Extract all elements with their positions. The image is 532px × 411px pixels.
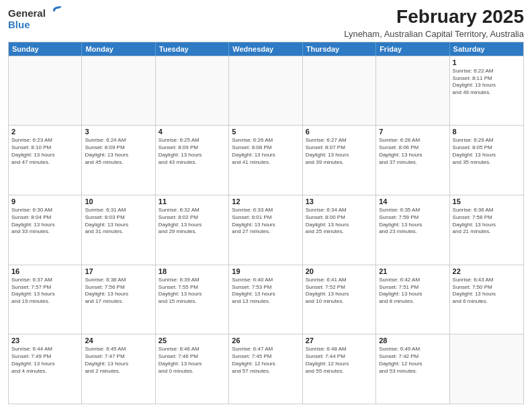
calendar-subtitle: Lyneham, Australian Capital Territory, A… [344, 29, 524, 39]
calendar-row-2: 9Sunrise: 6:30 AM Sunset: 8:04 PM Daylig… [9, 195, 523, 265]
calendar: Sunday Monday Tuesday Wednesday Thursday… [8, 42, 524, 404]
cal-cell-2-1: 10Sunrise: 6:31 AM Sunset: 8:03 PM Dayli… [82, 195, 155, 265]
calendar-header: Sunday Monday Tuesday Wednesday Thursday… [9, 42, 523, 56]
logo-bird-icon [48, 5, 63, 19]
header-thursday: Thursday [303, 42, 376, 56]
day-number-18: 18 [159, 267, 226, 275]
header-saturday: Saturday [450, 42, 523, 56]
calendar-row-1: 2Sunrise: 6:23 AM Sunset: 8:10 PM Daylig… [9, 125, 523, 195]
day-info-5: Sunrise: 6:26 AM Sunset: 8:08 PM Dayligh… [232, 137, 299, 166]
day-number-3: 3 [85, 128, 152, 136]
header-friday: Friday [376, 42, 449, 56]
day-info-17: Sunrise: 6:38 AM Sunset: 7:56 PM Dayligh… [85, 277, 152, 306]
day-number-5: 5 [232, 128, 299, 136]
day-number-26: 26 [232, 336, 299, 345]
calendar-row-4: 23Sunrise: 6:44 AM Sunset: 7:49 PM Dayli… [9, 334, 523, 404]
day-number-2: 2 [11, 128, 79, 136]
cal-cell-2-0: 9Sunrise: 6:30 AM Sunset: 8:04 PM Daylig… [9, 195, 82, 265]
day-number-7: 7 [379, 128, 446, 136]
cal-cell-3-2: 18Sunrise: 6:39 AM Sunset: 7:55 PM Dayli… [156, 265, 229, 334]
day-info-4: Sunrise: 6:25 AM Sunset: 8:09 PM Dayligh… [159, 137, 226, 166]
day-info-20: Sunrise: 6:41 AM Sunset: 7:52 PM Dayligh… [306, 277, 373, 306]
day-number-16: 16 [11, 267, 79, 275]
day-number-1: 1 [453, 58, 521, 66]
cal-cell-1-0: 2Sunrise: 6:23 AM Sunset: 8:10 PM Daylig… [9, 126, 82, 195]
day-number-15: 15 [453, 197, 521, 205]
day-info-15: Sunrise: 6:36 AM Sunset: 7:58 PM Dayligh… [453, 207, 521, 236]
day-number-4: 4 [159, 128, 226, 136]
day-info-2: Sunrise: 6:23 AM Sunset: 8:10 PM Dayligh… [11, 137, 79, 166]
cal-cell-0-2 [156, 56, 229, 126]
cal-cell-2-2: 11Sunrise: 6:32 AM Sunset: 8:02 PM Dayli… [156, 195, 229, 265]
cal-cell-1-6: 8Sunrise: 6:29 AM Sunset: 8:05 PM Daylig… [450, 126, 523, 195]
cal-cell-3-4: 20Sunrise: 6:41 AM Sunset: 7:52 PM Dayli… [303, 265, 376, 334]
header-tuesday: Tuesday [156, 42, 229, 56]
cal-cell-0-4 [303, 56, 376, 126]
day-number-6: 6 [306, 128, 373, 136]
logo-general-text: General [8, 7, 46, 19]
day-number-10: 10 [85, 197, 152, 205]
day-info-6: Sunrise: 6:27 AM Sunset: 8:07 PM Dayligh… [306, 137, 373, 166]
day-info-18: Sunrise: 6:39 AM Sunset: 7:55 PM Dayligh… [159, 277, 226, 306]
cal-cell-4-4: 27Sunrise: 6:48 AM Sunset: 7:44 PM Dayli… [303, 334, 376, 404]
day-info-21: Sunrise: 6:42 AM Sunset: 7:51 PM Dayligh… [379, 277, 446, 306]
day-number-20: 20 [306, 267, 373, 275]
day-info-9: Sunrise: 6:30 AM Sunset: 8:04 PM Dayligh… [11, 207, 79, 236]
calendar-body: 1Sunrise: 6:22 AM Sunset: 8:11 PM Daylig… [9, 56, 523, 404]
day-number-24: 24 [85, 336, 152, 345]
day-info-13: Sunrise: 6:34 AM Sunset: 8:00 PM Dayligh… [306, 207, 373, 236]
day-info-22: Sunrise: 6:43 AM Sunset: 7:50 PM Dayligh… [453, 277, 521, 306]
day-info-8: Sunrise: 6:29 AM Sunset: 8:05 PM Dayligh… [453, 137, 521, 166]
cal-cell-4-6 [450, 334, 523, 404]
header-sunday: Sunday [9, 42, 82, 56]
cal-cell-0-5 [376, 56, 449, 126]
day-info-27: Sunrise: 6:48 AM Sunset: 7:44 PM Dayligh… [306, 346, 373, 375]
day-info-25: Sunrise: 6:46 AM Sunset: 7:46 PM Dayligh… [159, 346, 226, 375]
day-info-24: Sunrise: 6:45 AM Sunset: 7:47 PM Dayligh… [85, 346, 152, 375]
day-number-14: 14 [379, 197, 446, 205]
cal-cell-2-3: 12Sunrise: 6:33 AM Sunset: 8:01 PM Dayli… [229, 195, 302, 265]
cal-cell-3-6: 22Sunrise: 6:43 AM Sunset: 7:50 PM Dayli… [450, 265, 523, 334]
calendar-row-3: 16Sunrise: 6:37 AM Sunset: 7:57 PM Dayli… [9, 265, 523, 334]
cal-cell-2-5: 14Sunrise: 6:35 AM Sunset: 7:59 PM Dayli… [376, 195, 449, 265]
day-number-12: 12 [232, 197, 299, 205]
day-number-21: 21 [379, 267, 446, 275]
cal-cell-0-3 [229, 56, 302, 126]
day-info-12: Sunrise: 6:33 AM Sunset: 8:01 PM Dayligh… [232, 207, 299, 236]
cal-cell-1-5: 7Sunrise: 6:28 AM Sunset: 8:06 PM Daylig… [376, 126, 449, 195]
title-block: February 2025 Lyneham, Australian Capita… [344, 7, 524, 39]
day-info-14: Sunrise: 6:35 AM Sunset: 7:59 PM Dayligh… [379, 207, 446, 236]
logo-blue-text: Blue [8, 19, 30, 30]
cal-cell-1-3: 5Sunrise: 6:26 AM Sunset: 8:08 PM Daylig… [229, 126, 302, 195]
day-number-27: 27 [306, 336, 373, 345]
header: General Blue February 2025 Lyneham, Aust… [8, 7, 524, 39]
cal-cell-3-0: 16Sunrise: 6:37 AM Sunset: 7:57 PM Dayli… [9, 265, 82, 334]
day-info-16: Sunrise: 6:37 AM Sunset: 7:57 PM Dayligh… [11, 277, 79, 306]
day-info-1: Sunrise: 6:22 AM Sunset: 8:11 PM Dayligh… [453, 68, 521, 97]
cal-cell-4-3: 26Sunrise: 6:47 AM Sunset: 7:45 PM Dayli… [229, 334, 302, 404]
calendar-row-0: 1Sunrise: 6:22 AM Sunset: 8:11 PM Daylig… [9, 56, 523, 126]
day-number-28: 28 [379, 336, 446, 345]
page: General Blue February 2025 Lyneham, Aust… [0, 0, 532, 411]
cal-cell-0-1 [82, 56, 155, 126]
cal-cell-2-4: 13Sunrise: 6:34 AM Sunset: 8:00 PM Dayli… [303, 195, 376, 265]
cal-cell-1-2: 4Sunrise: 6:25 AM Sunset: 8:09 PM Daylig… [156, 126, 229, 195]
day-number-11: 11 [159, 197, 226, 205]
day-number-17: 17 [85, 267, 152, 275]
cal-cell-3-3: 19Sunrise: 6:40 AM Sunset: 7:53 PM Dayli… [229, 265, 302, 334]
header-wednesday: Wednesday [229, 42, 302, 56]
cal-cell-1-1: 3Sunrise: 6:24 AM Sunset: 8:09 PM Daylig… [82, 126, 155, 195]
day-number-23: 23 [11, 336, 79, 345]
day-number-8: 8 [453, 128, 521, 136]
day-number-22: 22 [453, 267, 521, 275]
logo: General Blue [8, 7, 63, 30]
cal-cell-3-1: 17Sunrise: 6:38 AM Sunset: 7:56 PM Dayli… [82, 265, 155, 334]
cal-cell-4-0: 23Sunrise: 6:44 AM Sunset: 7:49 PM Dayli… [9, 334, 82, 404]
cal-cell-4-5: 28Sunrise: 6:49 AM Sunset: 7:42 PM Dayli… [376, 334, 449, 404]
header-monday: Monday [82, 42, 155, 56]
day-info-19: Sunrise: 6:40 AM Sunset: 7:53 PM Dayligh… [232, 277, 299, 306]
day-info-28: Sunrise: 6:49 AM Sunset: 7:42 PM Dayligh… [379, 346, 446, 375]
day-info-10: Sunrise: 6:31 AM Sunset: 8:03 PM Dayligh… [85, 207, 152, 236]
day-info-7: Sunrise: 6:28 AM Sunset: 8:06 PM Dayligh… [379, 137, 446, 166]
day-number-9: 9 [11, 197, 79, 205]
